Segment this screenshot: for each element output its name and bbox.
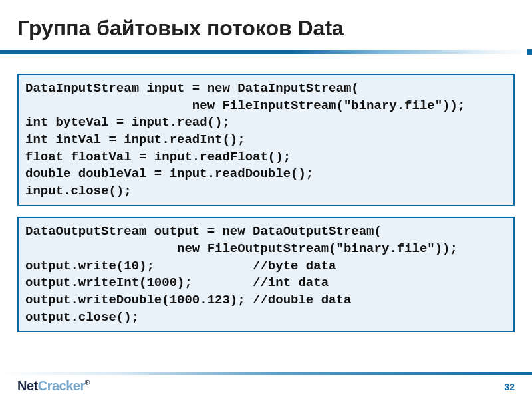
code-block-input: DataInputStream input = new DataInputStr…	[17, 74, 515, 206]
slide-title: Группа байтовых потоков Data	[17, 16, 515, 41]
title-underline	[17, 50, 515, 54]
footer-rule	[0, 372, 532, 375]
logo-registered-mark: ®	[85, 379, 90, 386]
page-number: 32	[504, 382, 515, 392]
code-block-output: DataOutputStream output = new DataOutput…	[17, 217, 515, 332]
slide: Группа байтовых потоков Data DataInputSt…	[0, 0, 532, 399]
title-underline-bar	[0, 50, 532, 54]
logo-part2: Cracker	[38, 378, 85, 393]
logo-part1: Net	[17, 378, 38, 393]
footer: NetCracker® 32	[0, 372, 532, 399]
logo: NetCracker®	[17, 378, 90, 394]
title-underline-marker	[527, 49, 532, 55]
